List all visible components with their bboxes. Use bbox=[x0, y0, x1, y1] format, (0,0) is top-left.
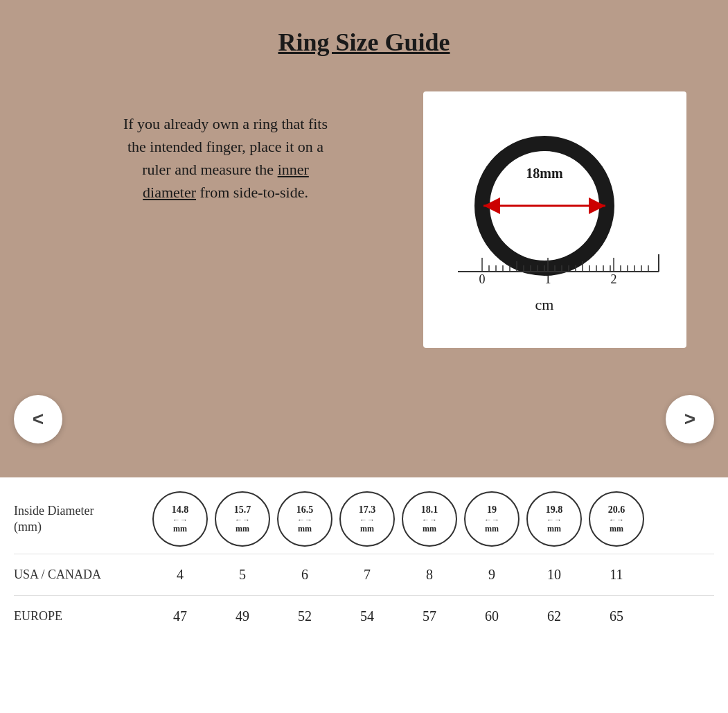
svg-text:18mm: 18mm bbox=[526, 166, 563, 181]
svg-text:1: 1 bbox=[545, 272, 551, 286]
row-value: 60 bbox=[464, 608, 520, 624]
row-value: 49 bbox=[215, 608, 270, 624]
main-container: Ring Size Guide If you already own a rin… bbox=[0, 0, 728, 713]
row-value: 8 bbox=[402, 567, 457, 583]
row-value: 6 bbox=[277, 567, 332, 583]
row-value: 9 bbox=[464, 567, 520, 583]
row-value: 65 bbox=[589, 608, 644, 624]
row-value: 57 bbox=[402, 608, 457, 624]
row-value: 54 bbox=[339, 608, 395, 624]
row-value: 11 bbox=[589, 567, 644, 583]
title-section: Ring Size Guide bbox=[0, 0, 728, 71]
row-values: 4749525457606265 bbox=[152, 608, 644, 624]
data-rows: USA / CANADA4567891011EUROPE474952545760… bbox=[0, 554, 728, 637]
instruction-section: If you already own a ring that fits the … bbox=[55, 91, 396, 204]
instruction-text: If you already own a ring that fits the … bbox=[55, 112, 396, 204]
size-circle: 16.5 ←→ mm bbox=[277, 491, 332, 547]
ring-image-container: 18mm bbox=[423, 91, 686, 348]
circles-row: 14.8 ←→ mm 15.7 ←→ mm 16.5 ←→ mm 17.3 ←→… bbox=[152, 491, 644, 547]
prev-button[interactable]: < bbox=[14, 395, 62, 443]
row-value: 7 bbox=[339, 567, 395, 583]
svg-text:cm: cm bbox=[535, 296, 554, 313]
size-circle: 14.8 ←→ mm bbox=[152, 491, 208, 547]
size-circle: 19 ←→ mm bbox=[464, 491, 520, 547]
row-value: 62 bbox=[526, 608, 582, 624]
page-title: Ring Size Guide bbox=[0, 28, 728, 57]
row-values: 4567891011 bbox=[152, 567, 644, 583]
size-circle: 18.1 ←→ mm bbox=[402, 491, 457, 547]
underline-inner: inner diameter bbox=[143, 161, 309, 201]
row-value: 52 bbox=[277, 608, 332, 624]
row-value: 47 bbox=[152, 608, 208, 624]
next-button[interactable]: > bbox=[666, 395, 714, 443]
row-label: EUROPE bbox=[14, 609, 152, 624]
svg-text:0: 0 bbox=[479, 272, 486, 286]
row-label: USA / CANADA bbox=[14, 567, 152, 582]
table-row: USA / CANADA4567891011 bbox=[14, 554, 714, 595]
size-circle: 17.3 ←→ mm bbox=[339, 491, 395, 547]
diameter-label: Inside Diameter (mm) bbox=[14, 503, 152, 536]
row-value: 5 bbox=[215, 567, 270, 583]
svg-text:2: 2 bbox=[611, 272, 617, 286]
size-circle: 15.7 ←→ mm bbox=[215, 491, 270, 547]
table-row: EUROPE4749525457606265 bbox=[14, 595, 714, 637]
diameter-row: Inside Diameter (mm) 14.8 ←→ mm 15.7 ←→ … bbox=[0, 477, 728, 554]
row-value: 4 bbox=[152, 567, 208, 583]
content-area: If you already own a ring that fits the … bbox=[0, 71, 728, 369]
size-circle: 19.8 ←→ mm bbox=[526, 491, 582, 547]
row-value: 10 bbox=[526, 567, 582, 583]
table-section: Inside Diameter (mm) 14.8 ←→ mm 15.7 ←→ … bbox=[0, 477, 728, 713]
ring-svg: 18mm bbox=[437, 109, 673, 331]
size-circle: 20.6 ←→ mm bbox=[589, 491, 644, 547]
